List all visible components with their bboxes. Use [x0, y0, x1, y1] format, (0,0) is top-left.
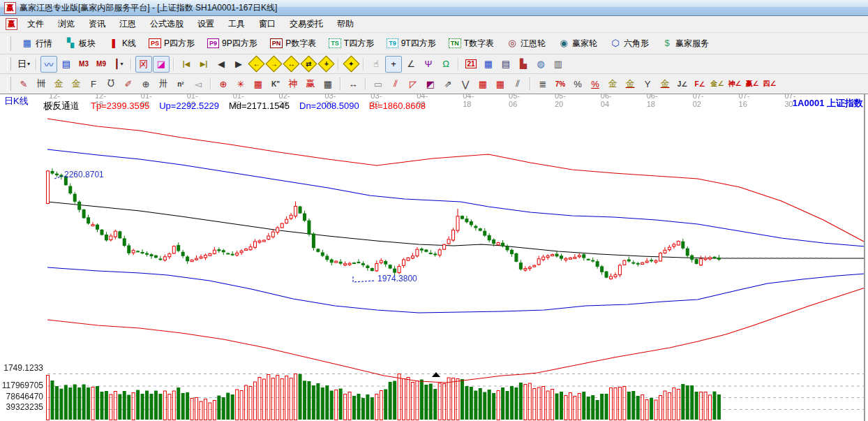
toolbar-button-gann-fan-tool[interactable]: Ψ	[420, 56, 437, 73]
toolbar-button-gold-angle[interactable]: 金∠	[709, 76, 726, 91]
menu-item-1[interactable]: 浏览	[51, 16, 82, 32]
toolbar-button-t-square[interactable]: TST四方形	[323, 36, 380, 52]
toolbar-button-gann-box-toggle[interactable]: 冈	[135, 56, 152, 73]
toolbar-button-wave-3[interactable]: M3	[75, 56, 92, 73]
indicator-name[interactable]: 极反通道	[43, 101, 80, 111]
toolbar-button-gold-grid-1[interactable]: 金	[50, 76, 67, 91]
toolbar-button-red-grid-2[interactable]: ▦	[492, 76, 509, 91]
menu-item-6[interactable]: 工具	[221, 16, 252, 32]
toolbar-button-overlay-chart[interactable]: 〰	[40, 56, 57, 73]
toolbar-button-candle-type[interactable]: ┃▾	[110, 56, 127, 73]
toolbar-button-brush-y[interactable]: Y	[639, 76, 656, 91]
toolbar-button-h-measure[interactable]: ↔	[345, 76, 361, 91]
toolbar-button-square-wheel[interactable]: ▦	[250, 76, 267, 91]
toolbar-button-draw-pen[interactable]: ✎	[15, 76, 32, 91]
toolbar-button-pen-chart[interactable]: ✐	[120, 76, 137, 91]
toolbar-button-pan-hand[interactable]: ☝	[368, 56, 384, 73]
toolbar-button-spiral[interactable]: ᘮ	[103, 76, 119, 91]
toolbar-button-zoom-out-h[interactable]: ↔	[283, 56, 299, 73]
toolbar-button-f-angle[interactable]: F∠	[691, 76, 708, 91]
menu-item-4[interactable]: 公式选股	[143, 16, 190, 32]
toolbar-button-last-page[interactable]: ▶|	[195, 56, 212, 73]
toolbar-button-crosshair[interactable]: +	[385, 56, 402, 73]
toolbar-button-winner-wheel[interactable]: ◉赢家轮	[553, 36, 603, 52]
toolbar-button-parallel-lines[interactable]: ⫽	[509, 76, 526, 91]
toolbar-button-p-square[interactable]: PSP四方形	[143, 36, 200, 52]
toolbar-button-print[interactable]: ▥	[550, 56, 567, 73]
toolbar-button-angle-mirror[interactable]: ◅	[190, 76, 207, 91]
toolbar-button-winner-service[interactable]: $赢家服务	[656, 36, 714, 52]
toolbar-button-zigzag-v[interactable]: ⋁	[457, 76, 474, 91]
toolbar-button-hash-grid[interactable]: 卅	[155, 76, 172, 91]
toolbar-button-sectors[interactable]: ▚板块	[59, 36, 101, 52]
toolbar-grip[interactable]	[7, 57, 11, 71]
toolbar-button-p-number-table[interactable]: PNP数字表	[264, 36, 322, 52]
toolbar-button-gann-wheel[interactable]: ◎江恩轮	[501, 36, 551, 52]
toolbar-grip[interactable]	[7, 77, 11, 91]
toolbar-button-red-grid-1[interactable]: ▦	[474, 76, 491, 91]
toolbar-button-percent-line[interactable]: 7%	[552, 76, 569, 91]
pane-border[interactable]	[864, 91, 865, 421]
toolbar-button-gold-grid-2[interactable]: 金	[68, 76, 84, 91]
toolbar-button-calendar-21[interactable]: 21	[463, 56, 479, 73]
menu-item-9[interactable]: 帮助	[330, 16, 361, 32]
toolbar-button-web-export[interactable]: ◍	[532, 56, 549, 73]
toolbar-button-expand-4way[interactable]: +	[317, 56, 334, 73]
toolbar-button-profile-toggle[interactable]: ◪	[153, 56, 170, 73]
toolbar-button-9t-square[interactable]: T99T四方形	[381, 36, 442, 52]
toolbar-button-gold-under[interactable]: 金	[657, 76, 673, 91]
toolbar-button-k-mark[interactable]: K"	[267, 76, 284, 91]
toolbar-button-ying-grid[interactable]: 赢	[302, 76, 319, 91]
toolbar-button-next-candle[interactable]: ▶	[230, 56, 247, 73]
toolbar-button-fit-4way[interactable]: ✦	[343, 56, 359, 73]
toolbar-button-n-square[interactable]: n²	[172, 76, 189, 91]
toolbar-button-quotes[interactable]: ▦行情	[16, 36, 58, 52]
menu-item-2[interactable]: 资讯	[82, 16, 112, 32]
toolbar-button-first-page[interactable]: |◀	[178, 56, 195, 73]
toolbar-button-circle-grid[interactable]: ⊕	[137, 76, 154, 91]
period-day-dropdown-arrow[interactable]: ▾	[27, 61, 30, 67]
toolbar-button-ying-angle[interactable]: 赢∠	[744, 76, 761, 91]
toolbar-button-polyline-tool[interactable]: ∠	[403, 56, 419, 73]
toolbar-button-shen-angle[interactable]: 神∠	[726, 76, 743, 91]
menu-item-0[interactable]: 文件	[20, 16, 51, 32]
toolbar-button-calculator[interactable]: ▦	[480, 56, 497, 73]
toolbar-button-info-view[interactable]: ▤	[58, 56, 75, 73]
toolbar-button-gold-circle[interactable]: 金	[604, 76, 621, 91]
toolbar-button-star-wheel[interactable]: ✳	[232, 76, 249, 91]
toolbar-button-gann-grid[interactable]: 卌	[33, 76, 50, 91]
toolbar-button-circle-cross[interactable]: ⊕	[215, 76, 232, 91]
toolbar-button-9p-square[interactable]: P99P四方形	[202, 36, 263, 52]
toolbar-button-wave-9[interactable]: M9	[93, 56, 110, 73]
toolbar-button-hexagon[interactable]: ⬡六角形	[604, 36, 654, 52]
toolbar-button-j-angle[interactable]: J∠	[674, 76, 691, 91]
toolbar-button-ruler-grid[interactable]: ▦	[320, 76, 336, 91]
toolbar-button-zoom-in-h[interactable]: ⇄	[300, 56, 317, 73]
toolbar-button-fan-square[interactable]: ◸	[405, 76, 421, 91]
candle-type-dropdown-arrow[interactable]: ▾	[120, 61, 123, 67]
toolbar-button-arrow-fan[interactable]: ⇗	[440, 76, 456, 91]
toolbar-button-pattern-tool[interactable]: Ω	[437, 56, 454, 73]
toolbar-button-prev-candle[interactable]: ◀	[213, 56, 230, 73]
menu-item-7[interactable]: 窗口	[252, 16, 283, 32]
toolbar-button-memo[interactable]: ▤	[497, 56, 514, 73]
toolbar-button-kline[interactable]: ❚K线	[103, 36, 142, 52]
toolbar-button-gold-line[interactable]: 金	[622, 76, 638, 91]
toolbar-grip[interactable]	[7, 36, 11, 51]
menu-item-5[interactable]: 设置	[190, 16, 221, 32]
toolbar-button-percent[interactable]: %	[569, 76, 586, 91]
toolbar-button-period-day[interactable]: 日▾	[15, 56, 32, 73]
toolbar-button-t-number-table[interactable]: TNT数字表	[443, 36, 500, 52]
toolbar-button-pan-left[interactable]: ←	[248, 56, 264, 73]
toolbar-button-si-angle[interactable]: 四∠	[761, 76, 778, 91]
toolbar-button-save[interactable]: ▙	[515, 56, 532, 73]
menu-item-8[interactable]: 交易委托	[283, 16, 330, 32]
toolbar-button-bar-scale[interactable]: ≣	[534, 76, 551, 91]
toolbar-button-pan-right[interactable]: →	[265, 56, 282, 73]
toolbar-button-percent-under[interactable]: %	[587, 76, 604, 91]
toolbar-button-f-grid[interactable]: F	[85, 76, 102, 91]
toolbar-button-fan-lines[interactable]: ⫽	[387, 76, 404, 91]
toolbar-button-shen-grid[interactable]: 神	[285, 76, 301, 91]
toolbar-button-diag-square[interactable]: ◩	[422, 76, 439, 91]
menu-item-3[interactable]: 江恩	[112, 16, 143, 32]
